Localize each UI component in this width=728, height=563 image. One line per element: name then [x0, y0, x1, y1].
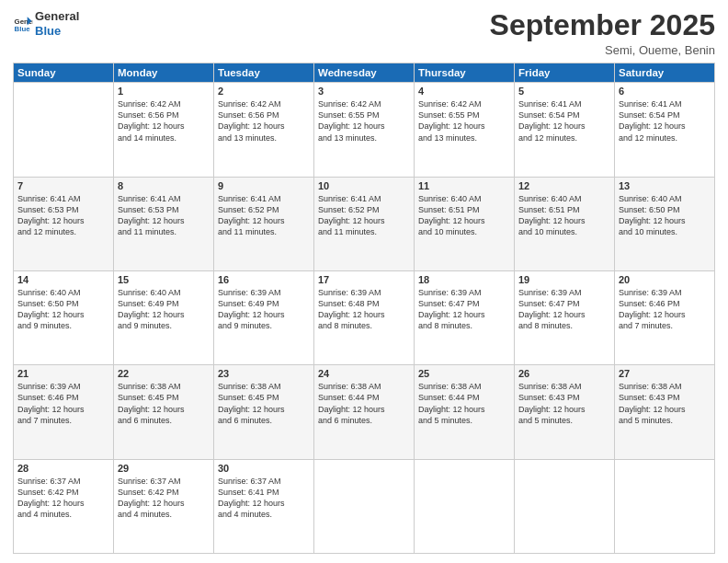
- day-number: 16: [218, 274, 310, 285]
- day-info: Sunrise: 6:38 AM Sunset: 6:44 PM Dayligh…: [318, 381, 410, 426]
- table-row: 12Sunrise: 6:40 AM Sunset: 6:51 PM Dayli…: [515, 177, 615, 270]
- col-header-sunday: Sunday: [14, 63, 114, 83]
- day-number: 26: [518, 368, 610, 379]
- calendar-table: Sunday Monday Tuesday Wednesday Thursday…: [13, 63, 715, 554]
- day-info: Sunrise: 6:37 AM Sunset: 6:42 PM Dayligh…: [17, 476, 109, 521]
- table-row: 4Sunrise: 6:42 AM Sunset: 6:55 PM Daylig…: [415, 83, 515, 177]
- day-info: Sunrise: 6:40 AM Sunset: 6:49 PM Dayligh…: [118, 287, 210, 332]
- day-info: Sunrise: 6:42 AM Sunset: 6:56 PM Dayligh…: [218, 98, 310, 144]
- page-subtitle: Semi, Oueme, Benin: [490, 43, 715, 57]
- day-number: 30: [218, 463, 310, 474]
- table-row: 24Sunrise: 6:38 AM Sunset: 6:44 PM Dayli…: [314, 365, 415, 459]
- day-info: Sunrise: 6:40 AM Sunset: 6:50 PM Dayligh…: [619, 193, 711, 238]
- day-info: Sunrise: 6:42 AM Sunset: 6:55 PM Dayligh…: [418, 98, 510, 144]
- table-row: [14, 83, 114, 177]
- day-info: Sunrise: 6:37 AM Sunset: 6:41 PM Dayligh…: [218, 476, 310, 521]
- day-info: Sunrise: 6:40 AM Sunset: 6:50 PM Dayligh…: [17, 287, 109, 332]
- day-number: 20: [619, 274, 711, 285]
- table-row: [515, 459, 615, 553]
- day-number: 4: [418, 86, 510, 97]
- day-info: Sunrise: 6:41 AM Sunset: 6:54 PM Dayligh…: [518, 98, 610, 144]
- table-row: 13Sunrise: 6:40 AM Sunset: 6:50 PM Dayli…: [615, 177, 715, 270]
- calendar-header-row: Sunday Monday Tuesday Wednesday Thursday…: [14, 63, 715, 83]
- table-row: 7Sunrise: 6:41 AM Sunset: 6:53 PM Daylig…: [14, 177, 114, 270]
- table-row: 6Sunrise: 6:41 AM Sunset: 6:54 PM Daylig…: [615, 83, 715, 177]
- day-number: 7: [17, 180, 109, 191]
- col-header-thursday: Thursday: [415, 63, 515, 83]
- logo: General Blue General Blue: [13, 9, 79, 38]
- col-header-wednesday: Wednesday: [314, 63, 415, 83]
- day-number: 29: [118, 463, 210, 474]
- day-number: 19: [518, 274, 610, 285]
- header: General Blue General Blue September 2025…: [13, 9, 715, 57]
- day-number: 10: [318, 180, 410, 191]
- day-info: Sunrise: 6:40 AM Sunset: 6:51 PM Dayligh…: [418, 193, 510, 238]
- table-row: 16Sunrise: 6:39 AM Sunset: 6:49 PM Dayli…: [214, 270, 314, 364]
- col-header-monday: Monday: [114, 63, 214, 83]
- day-info: Sunrise: 6:37 AM Sunset: 6:42 PM Dayligh…: [118, 476, 210, 521]
- table-row: 21Sunrise: 6:39 AM Sunset: 6:46 PM Dayli…: [14, 365, 114, 459]
- table-row: [615, 459, 715, 553]
- table-row: [415, 459, 515, 553]
- day-number: 13: [619, 180, 711, 191]
- day-number: 3: [318, 86, 410, 97]
- day-info: Sunrise: 6:38 AM Sunset: 6:45 PM Dayligh…: [218, 381, 310, 426]
- table-row: 11Sunrise: 6:40 AM Sunset: 6:51 PM Dayli…: [415, 177, 515, 270]
- day-number: 24: [318, 368, 410, 379]
- table-row: 14Sunrise: 6:40 AM Sunset: 6:50 PM Dayli…: [14, 270, 114, 364]
- table-row: [314, 459, 415, 553]
- table-row: 10Sunrise: 6:41 AM Sunset: 6:52 PM Dayli…: [314, 177, 415, 270]
- day-number: 9: [218, 180, 310, 191]
- table-row: 8Sunrise: 6:41 AM Sunset: 6:53 PM Daylig…: [114, 177, 214, 270]
- table-row: 2Sunrise: 6:42 AM Sunset: 6:56 PM Daylig…: [214, 83, 314, 177]
- table-row: 29Sunrise: 6:37 AM Sunset: 6:42 PM Dayli…: [114, 459, 214, 553]
- day-number: 28: [17, 463, 109, 474]
- day-number: 25: [418, 368, 510, 379]
- day-info: Sunrise: 6:42 AM Sunset: 6:56 PM Dayligh…: [118, 98, 210, 144]
- col-header-saturday: Saturday: [615, 63, 715, 83]
- day-number: 18: [418, 274, 510, 285]
- day-info: Sunrise: 6:38 AM Sunset: 6:45 PM Dayligh…: [118, 381, 210, 426]
- day-info: Sunrise: 6:39 AM Sunset: 6:49 PM Dayligh…: [218, 287, 310, 332]
- table-row: 26Sunrise: 6:38 AM Sunset: 6:43 PM Dayli…: [515, 365, 615, 459]
- day-info: Sunrise: 6:38 AM Sunset: 6:43 PM Dayligh…: [518, 381, 610, 426]
- col-header-tuesday: Tuesday: [214, 63, 314, 83]
- day-info: Sunrise: 6:39 AM Sunset: 6:47 PM Dayligh…: [418, 287, 510, 332]
- day-number: 5: [518, 86, 610, 97]
- page: General Blue General Blue September 2025…: [0, 0, 728, 563]
- day-info: Sunrise: 6:38 AM Sunset: 6:43 PM Dayligh…: [619, 381, 711, 426]
- day-number: 1: [118, 86, 210, 97]
- table-row: 23Sunrise: 6:38 AM Sunset: 6:45 PM Dayli…: [214, 365, 314, 459]
- day-number: 22: [118, 368, 210, 379]
- day-info: Sunrise: 6:40 AM Sunset: 6:51 PM Dayligh…: [518, 193, 610, 238]
- table-row: 17Sunrise: 6:39 AM Sunset: 6:48 PM Dayli…: [314, 270, 415, 364]
- table-row: 25Sunrise: 6:38 AM Sunset: 6:44 PM Dayli…: [415, 365, 515, 459]
- day-number: 17: [318, 274, 410, 285]
- table-row: 22Sunrise: 6:38 AM Sunset: 6:45 PM Dayli…: [114, 365, 214, 459]
- logo-icon: General Blue: [13, 14, 33, 34]
- table-row: 18Sunrise: 6:39 AM Sunset: 6:47 PM Dayli…: [415, 270, 515, 364]
- day-number: 2: [218, 86, 310, 97]
- table-row: 9Sunrise: 6:41 AM Sunset: 6:52 PM Daylig…: [214, 177, 314, 270]
- day-info: Sunrise: 6:39 AM Sunset: 6:46 PM Dayligh…: [17, 381, 109, 426]
- day-info: Sunrise: 6:41 AM Sunset: 6:53 PM Dayligh…: [17, 193, 109, 238]
- table-row: 15Sunrise: 6:40 AM Sunset: 6:49 PM Dayli…: [114, 270, 214, 364]
- day-info: Sunrise: 6:42 AM Sunset: 6:55 PM Dayligh…: [318, 98, 410, 144]
- day-number: 12: [518, 180, 610, 191]
- day-info: Sunrise: 6:39 AM Sunset: 6:46 PM Dayligh…: [619, 287, 711, 332]
- day-info: Sunrise: 6:41 AM Sunset: 6:53 PM Dayligh…: [118, 193, 210, 238]
- day-info: Sunrise: 6:41 AM Sunset: 6:52 PM Dayligh…: [218, 193, 310, 238]
- table-row: 20Sunrise: 6:39 AM Sunset: 6:46 PM Dayli…: [615, 270, 715, 364]
- day-info: Sunrise: 6:39 AM Sunset: 6:48 PM Dayligh…: [318, 287, 410, 332]
- logo-text2: Blue: [35, 24, 79, 39]
- table-row: 27Sunrise: 6:38 AM Sunset: 6:43 PM Dayli…: [615, 365, 715, 459]
- table-row: 19Sunrise: 6:39 AM Sunset: 6:47 PM Dayli…: [515, 270, 615, 364]
- table-row: 5Sunrise: 6:41 AM Sunset: 6:54 PM Daylig…: [515, 83, 615, 177]
- table-row: 1Sunrise: 6:42 AM Sunset: 6:56 PM Daylig…: [114, 83, 214, 177]
- day-info: Sunrise: 6:41 AM Sunset: 6:54 PM Dayligh…: [619, 98, 711, 144]
- day-number: 21: [17, 368, 109, 379]
- table-row: 30Sunrise: 6:37 AM Sunset: 6:41 PM Dayli…: [214, 459, 314, 553]
- day-info: Sunrise: 6:41 AM Sunset: 6:52 PM Dayligh…: [318, 193, 410, 238]
- table-row: 28Sunrise: 6:37 AM Sunset: 6:42 PM Dayli…: [14, 459, 114, 553]
- day-number: 6: [619, 86, 711, 97]
